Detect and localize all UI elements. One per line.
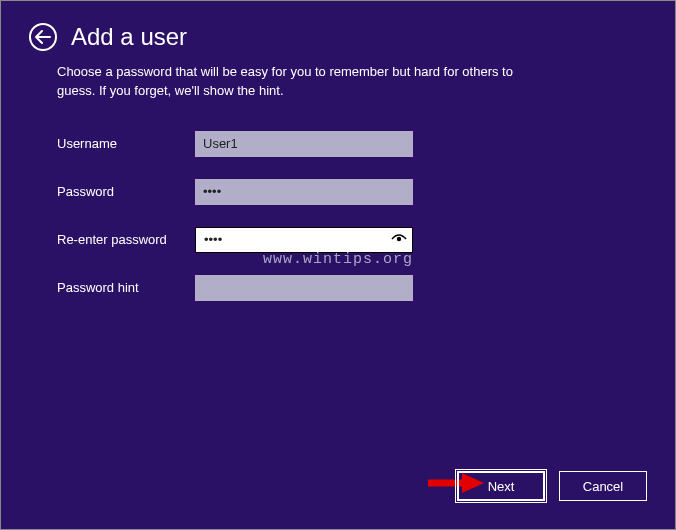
username-row: Username [57, 131, 675, 157]
reenter-input[interactable] [195, 227, 413, 253]
back-arrow-icon [35, 30, 51, 44]
next-button[interactable]: Next [457, 471, 545, 501]
watermark: www.wintips.org [263, 251, 413, 268]
reveal-password-icon[interactable] [391, 231, 407, 249]
svg-point-0 [397, 236, 401, 240]
username-label: Username [57, 136, 195, 151]
reenter-row: Re-enter password [57, 227, 675, 253]
page-description: Choose a password that will be easy for … [1, 51, 571, 101]
back-button[interactable] [29, 23, 57, 51]
password-label: Password [57, 184, 195, 199]
header: Add a user [1, 1, 675, 51]
password-row: Password [57, 179, 675, 205]
page-title: Add a user [71, 23, 187, 51]
hint-row: Password hint [57, 275, 675, 301]
footer-buttons: Next Cancel [457, 471, 647, 501]
reenter-label: Re-enter password [57, 232, 195, 247]
password-input[interactable] [195, 179, 413, 205]
add-user-form: Username Password Re-enter password Pass… [1, 101, 675, 301]
username-input[interactable] [195, 131, 413, 157]
hint-label: Password hint [57, 280, 195, 295]
cancel-button[interactable]: Cancel [559, 471, 647, 501]
hint-input[interactable] [195, 275, 413, 301]
reenter-field-wrap [195, 227, 413, 253]
